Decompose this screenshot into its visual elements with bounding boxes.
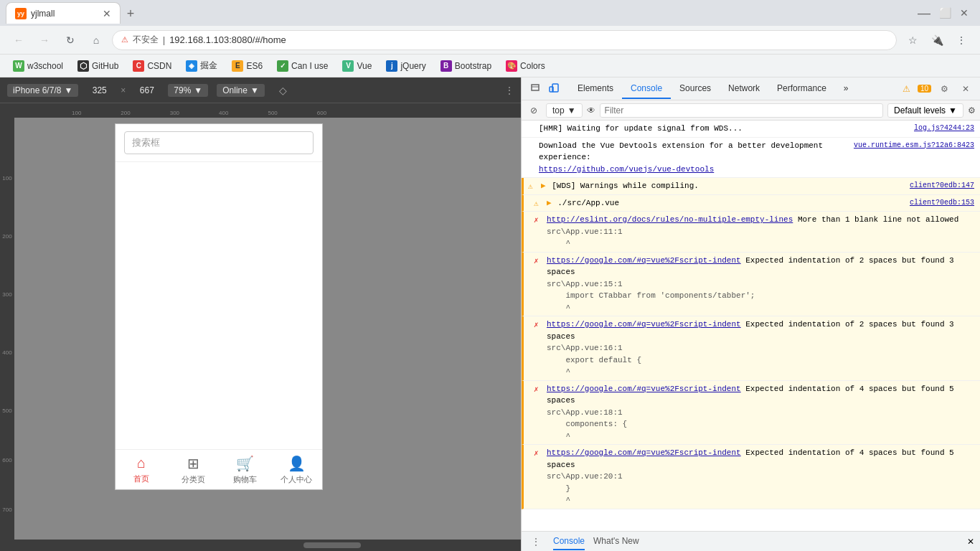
device-toggle-button[interactable] xyxy=(546,80,563,98)
network-select[interactable]: Online ▼ xyxy=(217,84,265,97)
bookmark-vue[interactable]: V Vue xyxy=(336,58,377,74)
caniuse-icon: ✓ xyxy=(277,60,288,72)
bookmark-es6[interactable]: E ES6 xyxy=(226,58,268,74)
bookmark-w3school[interactable]: W w3school xyxy=(7,58,69,74)
width-input[interactable] xyxy=(87,85,112,95)
vue-devtools-link[interactable]: vue.runtime.esm.js?12a6:8423 xyxy=(854,140,974,151)
err5-link[interactable]: https://google.com/#q=vue%2Fscript-inden… xyxy=(547,448,741,457)
search-placeholder: 搜索框 xyxy=(132,137,160,148)
svg-rect-0 xyxy=(532,85,539,90)
tab-close-button[interactable]: ✕ xyxy=(103,8,111,19)
log-level-select[interactable]: Default levels ▼ xyxy=(887,103,963,118)
tab-console-label: Console xyxy=(631,83,662,93)
devtools-settings-button[interactable]: ⚙ xyxy=(936,80,953,98)
bottom-tab-console-label: Console xyxy=(553,536,585,546)
devtools-left-icons xyxy=(527,80,569,98)
err2-link[interactable]: https://google.com/#q=vue%2Fscript-inden… xyxy=(547,256,741,265)
bookmarks-bar: W w3school ⬡ GitHub C CSDN ◈ 掘金 E ES6 ✓ … xyxy=(0,55,980,77)
csdn-icon: C xyxy=(133,60,144,72)
close-button[interactable]: ✕ xyxy=(960,7,969,19)
back-button[interactable]: ← xyxy=(9,30,29,50)
bookmarks-star-button[interactable]: ☆ xyxy=(903,30,923,50)
sensor-button[interactable]: ◇ xyxy=(279,85,287,96)
tab-performance-label: Performance xyxy=(777,83,826,93)
tab-elements[interactable]: Elements xyxy=(569,79,622,99)
hmr-link[interactable]: log.js?4244:23 xyxy=(914,123,974,133)
bookmark-juejin[interactable]: ◈ 掘金 xyxy=(180,57,223,74)
refresh-button[interactable]: ↻ xyxy=(60,30,80,50)
bottom-close-button[interactable]: ✕ xyxy=(967,537,974,547)
err1-code: src\App.vue:11:1 ^ xyxy=(547,227,623,248)
err5-content: https://google.com/#q=vue%2Fscript-inden… xyxy=(547,448,954,504)
search-box: 搜索框 xyxy=(124,131,314,154)
maximize-button[interactable]: ⬜ xyxy=(939,7,951,19)
zoom-select[interactable]: 79% ▼ xyxy=(168,84,208,97)
ruler-mark-h300: 300 xyxy=(170,110,179,116)
es6-icon: E xyxy=(232,60,243,72)
inspect-element-button[interactable] xyxy=(527,80,545,98)
extension-button[interactable]: 🔌 xyxy=(927,30,947,50)
err3-link[interactable]: https://google.com/#q=vue%2Fscript-inden… xyxy=(547,320,741,329)
tab-console[interactable]: Console xyxy=(622,79,671,99)
clear-console-button[interactable]: ⊘ xyxy=(526,103,542,118)
minimize-button[interactable]: — xyxy=(918,6,930,21)
bottom-tab-console[interactable]: Console xyxy=(553,533,585,550)
tab-more[interactable]: » xyxy=(835,79,857,99)
console-filter-input[interactable] xyxy=(600,103,883,118)
tab-home[interactable]: ⌂ 首页 xyxy=(116,450,167,489)
err1-link[interactable]: http://eslint.org/docs/rules/no-multiple… xyxy=(547,215,793,224)
tab-cart[interactable]: 🛒 购物车 xyxy=(219,450,270,489)
sensor-icon: ◇ xyxy=(279,85,287,96)
bookmark-github[interactable]: ⬡ GitHub xyxy=(72,58,124,74)
forward-button[interactable]: → xyxy=(34,30,55,50)
vue-devtools-url[interactable]: https://github.com/vuejs/vue-devtools xyxy=(539,165,714,174)
ruler-mark-700: 700 xyxy=(0,507,14,513)
appvue-expand-icon[interactable]: ▶ xyxy=(547,199,552,207)
cart-tab-label: 购物车 xyxy=(233,474,257,485)
bookmark-jquery[interactable]: j jQuery xyxy=(380,58,431,74)
tab-sources-label: Sources xyxy=(679,83,711,93)
ruler-mark-h200: 200 xyxy=(121,110,130,116)
bookmark-jquery-label: jQuery xyxy=(400,61,425,71)
bookmark-bootstrap-label: Bootstrap xyxy=(455,61,491,71)
bookmark-csdn[interactable]: C CSDN xyxy=(127,58,177,74)
device-toolbar-more-button[interactable]: ⋮ xyxy=(505,85,514,95)
tab-profile[interactable]: 👤 个人中心 xyxy=(270,450,322,489)
forward-icon: → xyxy=(39,34,50,46)
bookmark-bootstrap[interactable]: B Bootstrap xyxy=(435,58,497,74)
device-select[interactable]: iPhone 6/7/8 ▼ xyxy=(7,84,78,97)
wds-link[interactable]: client?0edb:147 xyxy=(910,180,974,191)
height-input[interactable] xyxy=(134,85,159,95)
console-entry-err2: ✗ https://google.com/#q=vue%2Fscript-ind… xyxy=(522,253,980,317)
context-select[interactable]: top ▼ xyxy=(546,103,583,118)
active-tab[interactable]: yy yjlmall ✕ xyxy=(6,2,121,24)
new-tab-button[interactable]: + xyxy=(121,4,141,24)
category-tab-label: 分类页 xyxy=(182,474,205,485)
home-button[interactable]: ⌂ xyxy=(86,30,106,50)
tab-sources[interactable]: Sources xyxy=(671,79,720,99)
bottom-bar-icon[interactable]: ⋮ xyxy=(527,533,545,550)
err3-content: https://google.com/#q=vue%2Fscript-inden… xyxy=(547,320,954,376)
wds-expand-icon[interactable]: ▶ xyxy=(541,182,546,190)
bookmark-colors[interactable]: 🎨 Colors xyxy=(500,58,551,74)
ruler-mark-200: 200 xyxy=(0,233,14,240)
tab-category[interactable]: ⊞ 分类页 xyxy=(167,450,219,489)
menu-button[interactable]: ⋮ xyxy=(951,30,971,50)
tab-network[interactable]: Network xyxy=(720,79,768,99)
tab-performance[interactable]: Performance xyxy=(768,79,835,99)
bookmark-caniuse[interactable]: ✓ Can I use xyxy=(271,58,334,74)
err1-content: http://eslint.org/docs/rules/no-multiple… xyxy=(547,215,958,248)
warning-count-badge: 10 xyxy=(918,85,931,93)
error-x-1: ✗ xyxy=(534,215,539,227)
console-output[interactable]: log.js?4244:23 [HMR] Waiting for update … xyxy=(522,121,980,531)
eye-button[interactable]: 👁 xyxy=(587,105,595,116)
error-x-4: ✗ xyxy=(534,384,539,396)
console-gear-button[interactable]: ⚙ xyxy=(968,105,976,116)
devtools-close-button[interactable]: ✕ xyxy=(957,80,974,98)
err4-link[interactable]: https://google.com/#q=vue%2Fscript-inden… xyxy=(547,385,741,393)
scroll-indicator[interactable] xyxy=(303,542,361,548)
bottom-tab-whats-new[interactable]: What's New xyxy=(593,533,639,550)
address-bar[interactable]: ⚠ 不安全 | 192.168.1.103:8080/#/home xyxy=(112,30,897,50)
console-toolbar: ⊘ top ▼ 👁 Default levels ▼ ⚙ xyxy=(522,100,980,121)
appvue-link[interactable]: client?0edb:153 xyxy=(910,197,974,208)
